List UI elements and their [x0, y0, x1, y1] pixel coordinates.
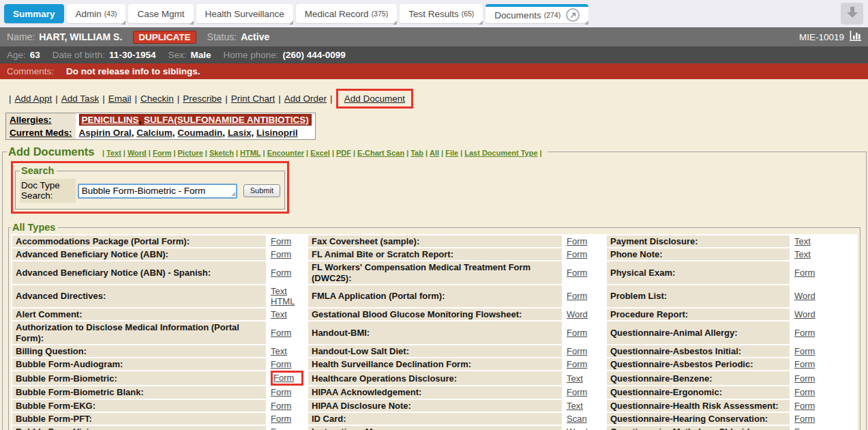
doc-type-row: Authorization to Disclose Medical Inform… — [12, 321, 856, 343]
doc-link-form[interactable]: Form — [794, 359, 815, 369]
add-doc-type-picture[interactable]: Picture — [178, 149, 203, 157]
doc-link-text[interactable]: Text — [567, 401, 583, 411]
action-add-document[interactable]: Add Document — [344, 94, 405, 104]
action-prescribe[interactable]: Prescribe — [183, 94, 222, 104]
doc-link-form[interactable]: Form — [794, 268, 815, 278]
doc-link-html[interactable]: HTML — [271, 296, 295, 306]
doc-link-form[interactable]: Form — [271, 401, 291, 411]
doc-link-form[interactable]: Form — [567, 236, 587, 246]
add-doc-type-form[interactable]: Form — [153, 149, 172, 157]
bar-chart-icon[interactable] — [850, 31, 861, 43]
doc-link-form[interactable]: Form — [794, 328, 815, 338]
doc-link-form[interactable]: Form — [271, 236, 291, 246]
doc-link-form[interactable]: Form — [273, 373, 294, 383]
doc-link-form[interactable]: Form — [567, 346, 587, 356]
action-print-chart[interactable]: Print Chart — [231, 94, 275, 104]
doc-link-scan[interactable]: Scan — [567, 414, 587, 424]
separator: | — [406, 149, 408, 157]
comments-label: Comments: — [7, 66, 54, 76]
med-calcium[interactable]: Calcium — [136, 128, 173, 138]
doc-link-word[interactable]: Word — [794, 309, 815, 319]
tab-admin[interactable]: Admin(43) — [67, 4, 126, 23]
action-add-order[interactable]: Add Order — [284, 94, 327, 104]
tab-case-mgmt[interactable]: Case Mgmt — [128, 4, 193, 23]
doc-type-label: FMLA Application (Portal form): — [308, 285, 562, 307]
doc-link-text[interactable]: Text — [271, 309, 287, 319]
duplicate-badge[interactable]: DUPLICATE — [133, 31, 196, 44]
add-doc-type-text[interactable]: Text — [106, 149, 121, 157]
doc-link-form[interactable]: Form — [271, 268, 291, 278]
doc-link-form[interactable]: Form — [567, 359, 587, 369]
add-doc-type-html[interactable]: HTML — [240, 149, 261, 157]
doc-link-form[interactable]: Form — [567, 291, 587, 301]
doc-link-form[interactable]: Form — [271, 387, 291, 397]
allergy-sulfa-sulfonamide-antibiotics[interactable]: SULFA(SULFONAMIDE ANTIBIOTICS) — [144, 115, 309, 125]
action-add-task[interactable]: Add Task — [61, 94, 99, 104]
patient-status: Active — [241, 31, 269, 42]
doc-link-form[interactable]: Form — [271, 249, 291, 259]
doc-link-word[interactable]: Word — [567, 427, 588, 430]
doc-link-text[interactable]: Text — [271, 286, 287, 296]
tab-documents[interactable]: Documents(274) — [485, 4, 588, 23]
add-doc-type-pdf[interactable]: PDF — [336, 149, 351, 157]
doc-type-label: Gestational Blood Glucose Monitoring Flo… — [308, 309, 562, 320]
doc-type-search-label: Doc Type Search: — [20, 179, 76, 203]
doc-link-form[interactable]: Form — [271, 414, 291, 424]
doc-link-form[interactable]: Form — [794, 373, 815, 384]
add-doc-type-last-document-type[interactable]: Last Document Type — [464, 149, 537, 157]
doc-link-form[interactable]: Form — [567, 249, 587, 259]
doc-link-form[interactable]: Form — [271, 427, 291, 430]
tab-summary[interactable]: Summary — [4, 4, 64, 23]
action-checkin[interactable]: Checkin — [140, 94, 174, 104]
add-doc-type-sketch[interactable]: Sketch — [209, 149, 234, 157]
doc-link-form[interactable]: Form — [567, 328, 587, 338]
allergies-label[interactable]: Allergies: — [10, 115, 52, 125]
add-doc-type-encounter[interactable]: Encounter — [267, 149, 304, 157]
doc-link-form[interactable]: Form — [567, 268, 587, 278]
submit-button[interactable]: Submit — [243, 184, 280, 197]
tab-medical-record[interactable]: Medical Record(375) — [296, 4, 397, 23]
med-lasix[interactable]: Lasix — [228, 128, 252, 138]
doc-link-form[interactable]: Form — [794, 387, 815, 397]
doc-link-text[interactable]: Text — [567, 373, 583, 384]
popout-icon[interactable] — [566, 8, 580, 22]
doc-type-link-cell: Form — [791, 400, 856, 412]
download-button[interactable] — [841, 3, 863, 25]
tab-health-surveillance[interactable]: Health Surveillance — [196, 4, 293, 23]
separator: | — [263, 149, 265, 157]
doc-link-form[interactable]: Form — [794, 427, 815, 430]
action-email[interactable]: Email — [108, 94, 132, 104]
add-doc-type-word[interactable]: Word — [128, 149, 147, 157]
add-doc-type-excel[interactable]: Excel — [310, 149, 330, 157]
doc-link-form[interactable]: Form — [794, 401, 815, 411]
doc-link-word[interactable]: Word — [567, 309, 588, 319]
med-coumadin[interactable]: Coumadin — [177, 128, 222, 138]
tab-test-results[interactable]: Test Results(65) — [400, 4, 483, 23]
doc-type-label: Procedure Report: — [607, 309, 790, 320]
add-doc-type-e-chart-scan[interactable]: E-Chart Scan — [357, 149, 404, 157]
current-meds-label[interactable]: Current Meds: — [10, 128, 72, 138]
doc-type-row: Advanced Beneficiary Notice (ABN):FormFL… — [12, 248, 856, 260]
doc-type-label: Questionnaire-Asbestos Periodic: — [607, 358, 790, 370]
med-aspirin-oral[interactable]: Aspirin Oral — [79, 128, 132, 138]
doc-type-link-cell: Form — [267, 386, 307, 398]
med-lisinopril[interactable]: Lisinopril — [256, 128, 298, 138]
doc-link-form[interactable]: Form — [271, 359, 291, 369]
doc-link-word[interactable]: Word — [794, 291, 815, 301]
add-doc-type-tab[interactable]: Tab — [410, 149, 423, 157]
doc-link-form[interactable]: Form — [794, 414, 815, 424]
doc-link-text[interactable]: Text — [271, 346, 287, 356]
doc-link-form[interactable]: Form — [271, 328, 291, 338]
add-doc-type-file[interactable]: File — [445, 149, 458, 157]
doc-type-search-input[interactable] — [78, 184, 237, 199]
doc-type-link-cell: Text — [563, 371, 605, 385]
action-add-appt[interactable]: Add Appt — [15, 94, 53, 104]
doc-link-form[interactable]: Form — [794, 346, 815, 356]
annotation-box-add-document: Add Document — [336, 89, 413, 109]
allergy-penicillins[interactable]: PENICILLINS — [82, 115, 139, 125]
add-doc-type-all[interactable]: All — [430, 149, 439, 157]
doc-link-form[interactable]: Form — [567, 387, 587, 397]
doc-link-text[interactable]: Text — [794, 236, 811, 246]
doc-link-text[interactable]: Text — [794, 249, 811, 259]
add-documents-section: Add Documents |Text|Word|Form|Picture|Sk… — [2, 145, 867, 430]
